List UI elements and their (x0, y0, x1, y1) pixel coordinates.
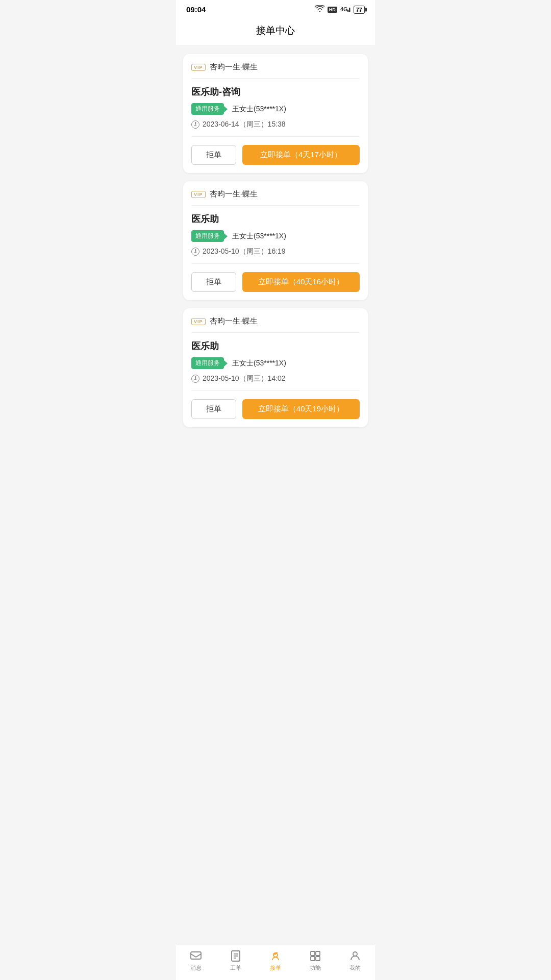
orders-list: VIP 杏昀一生·蝶生 医乐助-咨询 通用服务 王女士(53****1X) 20… (176, 46, 375, 468)
svg-rect-1 (347, 10, 349, 12)
page-title: 接单中心 (256, 25, 295, 36)
customer-name-2: 王女士(53****1X) (232, 232, 286, 241)
messages-icon (189, 949, 203, 963)
datetime-2: 2023-05-10（周三）16:19 (203, 247, 286, 256)
user-name-3: 杏昀一生·蝶生 (210, 316, 258, 326)
page-header: 接单中心 (176, 17, 375, 46)
service-title-1: 医乐助-咨询 (191, 86, 360, 98)
battery-indicator: 77 (354, 6, 365, 14)
clock-icon-1 (191, 120, 199, 129)
svg-rect-12 (316, 957, 320, 961)
vip-badge-3: VIP (191, 318, 206, 325)
nav-label-mine: 我的 (349, 964, 361, 972)
time-row-3: 2023-05-10（周三）14:02 (191, 374, 360, 391)
card-header-1: VIP 杏昀一生·蝶生 (191, 62, 360, 79)
customer-name-1: 王女士(53****1X) (232, 105, 286, 114)
nav-label-messages: 消息 (190, 964, 202, 972)
nav-item-messages[interactable]: 消息 (181, 949, 211, 972)
accept-icon (269, 949, 282, 963)
bottom-nav: 消息 工单 接单 (176, 945, 375, 980)
user-name-1: 杏昀一生·蝶生 (210, 62, 258, 72)
time-display: 09:04 (186, 5, 206, 14)
nav-label-accept: 接单 (270, 964, 281, 972)
card-header-2: VIP 杏昀一生·蝶生 (191, 189, 360, 206)
signal-badge: 4G (340, 5, 350, 14)
hd-badge: HD (328, 7, 337, 13)
accept-button-3[interactable]: 立即接单（40天19小时） (242, 399, 360, 419)
order-card-1: VIP 杏昀一生·蝶生 医乐助-咨询 通用服务 王女士(53****1X) 20… (183, 54, 368, 173)
clock-icon-2 (191, 248, 199, 256)
time-row-1: 2023-06-14（周三）15:38 (191, 120, 360, 137)
time-row-2: 2023-05-10（周三）16:19 (191, 247, 360, 264)
reject-button-1[interactable]: 拒单 (191, 145, 236, 165)
datetime-1: 2023-06-14（周三）15:38 (203, 120, 286, 129)
accept-button-2[interactable]: 立即接单（40天16小时） (242, 272, 360, 292)
service-tag-2: 通用服务 (191, 230, 224, 242)
service-title-3: 医乐助 (191, 340, 360, 352)
status-icons: HD 4G 77 (315, 5, 365, 14)
nav-item-functions[interactable]: 功能 (300, 949, 331, 972)
vip-badge-2: VIP (191, 191, 206, 198)
status-bar: 09:04 HD 4G 77 (176, 0, 375, 17)
reject-button-3[interactable]: 拒单 (191, 399, 236, 419)
card-header-3: VIP 杏昀一生·蝶生 (191, 316, 360, 333)
order-card-3: VIP 杏昀一生·蝶生 医乐助 通用服务 王女士(53****1X) 2023-… (183, 308, 368, 427)
service-row-2: 通用服务 王女士(53****1X) (191, 230, 360, 242)
reject-button-2[interactable]: 拒单 (191, 272, 236, 292)
service-row-1: 通用服务 王女士(53****1X) (191, 103, 360, 115)
card-actions-3: 拒单 立即接单（40天19小时） (191, 399, 360, 419)
card-actions-1: 拒单 立即接单（4天17小时） (191, 145, 360, 165)
clock-icon-3 (191, 375, 199, 383)
orders-icon (229, 949, 242, 963)
nav-item-mine[interactable]: 我的 (340, 949, 370, 972)
vip-badge-1: VIP (191, 64, 206, 71)
nav-item-orders[interactable]: 工单 (220, 949, 251, 972)
nav-label-functions: 功能 (310, 964, 321, 972)
order-card-2: VIP 杏昀一生·蝶生 医乐助 通用服务 王女士(53****1X) 2023-… (183, 181, 368, 300)
accept-button-1[interactable]: 立即接单（4天17小时） (242, 145, 360, 165)
service-title-2: 医乐助 (191, 213, 360, 225)
card-actions-2: 拒单 立即接单（40天16小时） (191, 272, 360, 292)
svg-rect-2 (349, 8, 350, 12)
customer-name-3: 王女士(53****1X) (232, 359, 286, 368)
service-tag-3: 通用服务 (191, 357, 224, 369)
service-row-3: 通用服务 王女士(53****1X) (191, 357, 360, 369)
svg-text:4G: 4G (340, 6, 348, 12)
service-tag-1: 通用服务 (191, 103, 224, 115)
datetime-3: 2023-05-10（周三）14:02 (203, 374, 286, 383)
svg-rect-3 (191, 952, 201, 959)
functions-icon (309, 949, 322, 963)
svg-point-13 (353, 952, 357, 956)
svg-rect-9 (311, 951, 315, 955)
svg-rect-10 (316, 951, 320, 955)
mine-icon (348, 949, 362, 963)
svg-rect-11 (311, 957, 315, 961)
nav-label-orders: 工单 (230, 964, 241, 972)
nav-item-accept[interactable]: 接单 (260, 949, 291, 972)
wifi-icon (315, 5, 324, 14)
user-name-2: 杏昀一生·蝶生 (210, 189, 258, 199)
